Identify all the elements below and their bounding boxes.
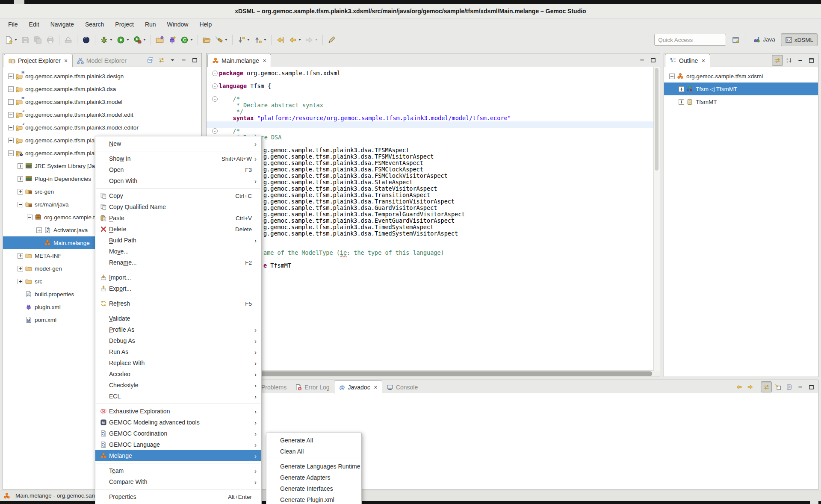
menu-item-copy[interactable]: CopyCtrl+C [95, 190, 261, 201]
collapse-all-button[interactable] [145, 55, 155, 65]
menu-item-open[interactable]: OpenF3 [95, 164, 261, 175]
submenu-item-generate-languages-runtime[interactable]: Generate Languages Runtime [266, 461, 361, 472]
new-modeling-project-button[interactable] [154, 34, 165, 45]
tab-javadoc[interactable]: @Javadoc✕ [334, 380, 382, 394]
dropdown-arrow-icon[interactable] [190, 39, 193, 41]
menubar-item-edit[interactable]: Edit [24, 19, 45, 29]
menu-item-build-path[interactable]: Build Path› [95, 235, 261, 246]
maximize-button[interactable] [806, 55, 816, 65]
sash-editor-bottom[interactable] [206, 377, 818, 380]
tree-item-tfsm-tfsmmt[interactable]: Tfsm ◁ TfsmMT [664, 83, 818, 95]
minimize-button[interactable] [178, 55, 189, 65]
fold-collapse-icon[interactable]: - [212, 71, 218, 76]
dropdown-arrow-icon[interactable] [110, 39, 112, 41]
menu-item-ecl[interactable]: ECL› [95, 391, 261, 402]
menu-item-rename[interactable]: Rename...F2 [95, 257, 261, 268]
maximize-button[interactable] [806, 382, 816, 392]
tab-error-log[interactable]: Error Log [291, 381, 334, 393]
menu-item-melange[interactable]: Melange› [95, 450, 261, 461]
menu-item-new[interactable]: New› [95, 138, 261, 149]
fold-collapse-icon[interactable]: - [212, 96, 218, 102]
view-menu-button[interactable] [167, 55, 177, 65]
dropdown-arrow-icon[interactable] [315, 39, 318, 41]
dropdown-arrow-icon[interactable] [247, 39, 250, 41]
tab-project-explorer[interactable]: Project Explorer✕ [4, 54, 73, 67]
back-arrow-button[interactable] [734, 382, 744, 392]
menu-item-open-with[interactable]: Open With› [95, 175, 261, 186]
fold-collapse-icon[interactable]: - [212, 83, 218, 89]
expander-plus-icon[interactable] [18, 279, 23, 284]
menu-item-paste[interactable]: PasteCtrl+V [95, 212, 261, 224]
minimize-button[interactable] [795, 382, 805, 392]
menubar-item-help[interactable]: Help [194, 19, 217, 29]
debug-button[interactable] [98, 34, 114, 45]
menu-item-gemoc-coordination[interactable]: GEMOC Coordination› [95, 428, 261, 439]
quick-access-input[interactable] [654, 34, 726, 46]
menu-item-gemoc-language[interactable]: GEMOC Language› [95, 439, 261, 450]
expander-plus-icon[interactable] [18, 189, 23, 195]
menu-item-run-as[interactable]: Run As› [95, 346, 261, 357]
menu-item-acceleo[interactable]: Acceleo› [95, 368, 261, 380]
expander-plus-icon[interactable] [8, 74, 14, 79]
open-perspective-button[interactable] [730, 35, 741, 45]
new-plugin-project-button[interactable] [166, 34, 178, 45]
menu-item-import[interactable]: Import... [95, 272, 261, 283]
expander-plus-icon[interactable] [8, 138, 14, 143]
menu-item-copy-qualified-name[interactable]: Copy Qualified Name [95, 201, 261, 212]
menu-item-profile-as[interactable]: Profile As› [95, 324, 261, 335]
expander-plus-icon[interactable] [18, 163, 23, 169]
dropdown-arrow-icon[interactable] [225, 39, 227, 41]
build-all-button[interactable] [62, 34, 74, 45]
dropdown-arrow-icon[interactable] [298, 39, 301, 41]
menubar-item-search[interactable]: Search [80, 19, 109, 29]
menu-item-export[interactable]: Export... [95, 283, 261, 294]
tree-item-org-gemoc-sample-tfsm-plaink3-design[interactable]: Morg.gemoc.sample.tfsm.plaink3.design [3, 70, 201, 83]
expander-plus-icon[interactable] [8, 86, 14, 92]
dropdown-arrow-icon[interactable] [264, 39, 266, 41]
expander-minus-icon[interactable] [8, 150, 14, 156]
minimize-button[interactable] [795, 55, 805, 65]
menu-item-compare-with[interactable]: Compare With› [95, 476, 261, 487]
submenu-item-generate-adapters[interactable]: Generate Adapters [266, 472, 361, 483]
menu-item-delete[interactable]: DeleteDelete [95, 224, 261, 235]
dropdown-arrow-icon[interactable] [127, 39, 129, 41]
external-tools-button[interactable] [132, 34, 148, 45]
submenu-item-generate-plugin-xml[interactable]: Generate Plugin.xml [266, 494, 361, 504]
expander-plus-icon[interactable] [679, 99, 684, 105]
submenu-item-clean-all[interactable]: Clean All [266, 446, 361, 457]
menubar-item-project[interactable]: Project [109, 19, 139, 29]
expander-plus-icon[interactable] [8, 112, 14, 118]
close-icon[interactable]: ✕ [64, 58, 68, 64]
link-with-editor-button[interactable] [761, 381, 772, 392]
tree-item-org-gemoc-sample-tfsm-plaink3-dsa[interactable]: org.gemoc.sample.tfsm.plaink3.dsa [3, 83, 201, 95]
save-all-button[interactable] [32, 34, 44, 45]
expander-plus-icon[interactable] [18, 176, 23, 182]
menu-item-refresh[interactable]: RefreshF5 [95, 298, 261, 309]
back-arrow-button[interactable] [287, 34, 303, 45]
maximize-button[interactable] [189, 55, 200, 65]
run-button[interactable] [115, 34, 131, 45]
new-class-button[interactable]: C [179, 34, 195, 45]
sort-az-button[interactable]: az [784, 55, 794, 65]
expander-plus-icon[interactable] [18, 253, 23, 259]
forward-arrow-button[interactable] [745, 382, 755, 392]
search-button[interactable] [213, 34, 229, 45]
sash-editor-outline[interactable] [660, 53, 664, 377]
menu-item-properties[interactable]: PropertiesAlt+Enter [95, 491, 261, 502]
editor-horizontal-scrollbar[interactable] [207, 370, 654, 377]
expander-minus-icon[interactable] [27, 215, 32, 220]
close-icon[interactable]: ✕ [263, 58, 266, 64]
prev-annotation-button[interactable] [252, 34, 268, 45]
menubar-item-run[interactable]: Run [139, 19, 162, 29]
menu-item-debug-as[interactable]: Debug As› [95, 335, 261, 346]
dropdown-arrow-icon[interactable] [143, 39, 146, 41]
menu-item-move[interactable]: Move... [95, 246, 261, 257]
dropdown-arrow-icon[interactable] [15, 39, 17, 41]
submenu-item-generate-interfaces[interactable]: Generate Interfaces [266, 483, 361, 494]
maximize-button[interactable] [648, 55, 658, 65]
expander-plus-icon[interactable] [8, 125, 14, 130]
menu-item-gemoc-modeling-advanced-tools[interactable]: MGEMOC Modeling advanced tools› [95, 417, 261, 428]
save-button[interactable] [20, 34, 31, 45]
tree-item-org-gemoc-sample-tfsm-plaink3-model-edit[interactable]: Jorg.gemoc.sample.tfsm.plaink3.model.edi… [3, 108, 201, 121]
menubar-item-file[interactable]: File [3, 19, 24, 29]
